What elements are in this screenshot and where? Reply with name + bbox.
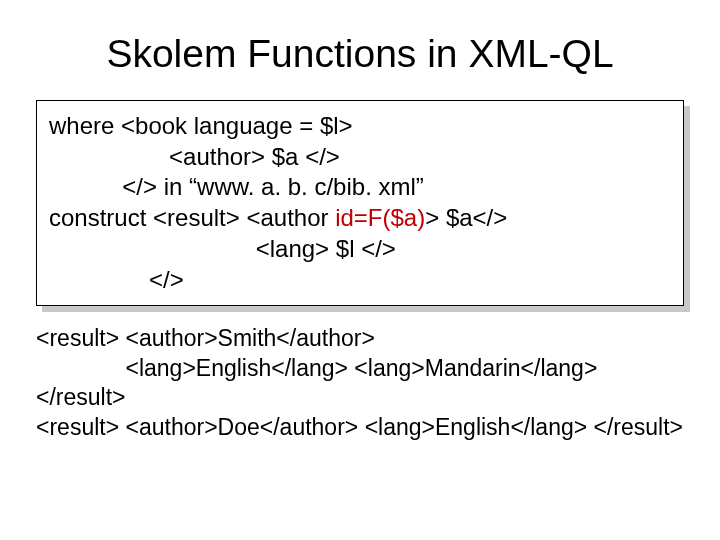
output-line: <lang>English</lang> <lang>Mandarin</lan…: [36, 355, 597, 381]
code-line: where <book language = $l>: [49, 112, 353, 139]
code-line: </> in “www. a. b. c/bib. xml”: [49, 173, 424, 200]
code-line: construct <result> <author: [49, 204, 335, 231]
code-box: where <book language = $l> <author> $a <…: [36, 100, 684, 306]
output-line: </result>: [36, 384, 126, 410]
code-line: <lang> $l </>: [49, 235, 396, 262]
code-content: where <book language = $l> <author> $a <…: [36, 100, 684, 306]
slide-title: Skolem Functions in XML-QL: [30, 32, 690, 76]
output-line: <result> <author>Smith</author>: [36, 325, 375, 351]
slide: Skolem Functions in XML-QL where <book l…: [0, 0, 720, 540]
code-line: </>: [49, 266, 184, 293]
output-line: <result> <author>Doe</author> <lang>Engl…: [36, 414, 683, 440]
code-line: <author> $a </>: [49, 143, 340, 170]
highlight-id: id=F($a): [335, 204, 425, 231]
code-line: > $a</>: [425, 204, 507, 231]
output-block: <result> <author>Smith</author> <lang>En…: [36, 324, 684, 442]
